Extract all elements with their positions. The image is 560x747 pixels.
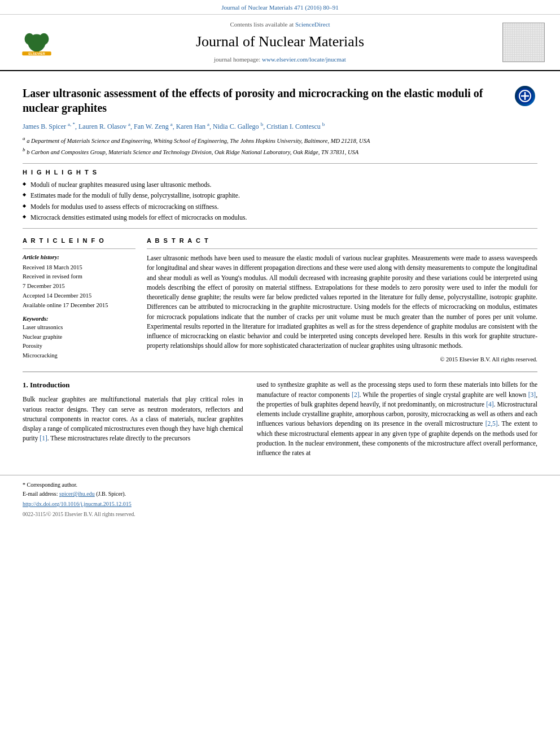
article-history-label: Article history: <box>23 254 135 262</box>
intro-right: used to synthesize graphite as well as t… <box>257 380 537 458</box>
article-info-title: A R T I C L E I N F O <box>23 237 135 245</box>
cite-2: [2] <box>352 391 359 398</box>
section-divider <box>23 372 537 372</box>
received-value: Received 18 March 2015 <box>23 264 135 272</box>
header-center: Contents lists available at ScienceDirec… <box>62 20 498 64</box>
svg-point-2 <box>25 33 34 45</box>
abstract-divider <box>147 248 537 249</box>
abstract-col: A B S T R A C T Laser ultrasonic methods… <box>147 237 537 364</box>
main-content: Laser ultrasonic assessment of the effec… <box>0 71 560 464</box>
doi-link[interactable]: http://dx.doi.org/10.1016/j.jnucmat.2015… <box>23 501 132 507</box>
affiliation-b: b b Carbon and Composites Group, Materia… <box>23 146 537 156</box>
author-han: Karen Han a <box>176 123 209 130</box>
author-spicer: James B. Spicer a, * <box>23 123 75 130</box>
keywords-label: Keywords: <box>23 315 135 324</box>
section1-label: Introduction <box>30 381 70 389</box>
email-label: E-mail address: <box>23 491 58 497</box>
svg-point-3 <box>39 33 49 45</box>
thumbnail-inner <box>503 23 544 62</box>
footer-email-line: E-mail address: spicer@jhu.edu (J.B. Spi… <box>23 490 537 498</box>
corresponding-note: * Corresponding author. <box>23 481 537 489</box>
sciencedirect-line: Contents lists available at ScienceDirec… <box>73 20 487 29</box>
journal-volume-info: Journal of Nuclear Materials 471 (2016) … <box>221 4 339 11</box>
homepage-link[interactable]: www.elsevier.com/locate/jnucmat <box>262 56 346 63</box>
footer-issn-line: 0022-3115/© 2015 Elsevier B.V. All right… <box>23 511 537 518</box>
copyright-line: © 2015 Elsevier B.V. All rights reserved… <box>147 356 537 364</box>
intro-section: 1. Introduction Bulk nuclear graphites a… <box>23 380 537 458</box>
corresponding-label: * Corresponding author. <box>23 482 77 488</box>
intro-left: 1. Introduction Bulk nuclear graphites a… <box>23 380 243 458</box>
author-zeng: Fan W. Zeng a <box>134 123 173 130</box>
author-contescu: Cristian I. Contescu b <box>266 123 325 130</box>
cite-4: [4] <box>486 401 493 408</box>
section1-title: 1. Introduction <box>23 380 243 390</box>
author-gallego: Nidia C. Gallego b <box>213 123 263 130</box>
page: Journal of Nuclear Materials 471 (2016) … <box>0 0 560 747</box>
footer-email-link[interactable]: spicer@jhu.edu <box>59 491 95 497</box>
affiliation-a: a a Department of Materials Science and … <box>23 135 537 145</box>
journal-title: Journal of Nuclear Materials <box>73 32 487 52</box>
affiliation-block: a a Department of Materials Science and … <box>23 135 537 156</box>
online-value: Available online 17 December 2015 <box>23 302 135 310</box>
homepage-label: journal homepage: <box>214 56 260 63</box>
keyword-3: Porosity <box>23 342 135 351</box>
highlight-item-4: Microcrack densities estimated using mod… <box>23 213 537 222</box>
article-title-section: Laser ultrasonic assessment of the effec… <box>23 86 537 115</box>
keyword-1: Laser ultrasonics <box>23 324 135 332</box>
intro-body-left: Bulk nuclear graphites are multifunction… <box>23 395 243 443</box>
highlight-item-3: Models for modulus used to assess effect… <box>23 202 537 211</box>
footer-doi-line: http://dx.doi.org/10.1016/j.jnucmat.2015… <box>23 500 537 508</box>
contents-label: Contents lists available at <box>230 21 294 28</box>
article-title: Laser ultrasonic assessment of the effec… <box>23 86 506 115</box>
two-col-info-abstract: A R T I C L E I N F O Article history: R… <box>23 237 537 364</box>
cite-3: [3] <box>528 391 536 398</box>
header-area: ELSEVIER Contents lists available at Sci… <box>0 15 560 71</box>
homepage-line: journal homepage: www.elsevier.com/locat… <box>73 55 487 64</box>
authors-line: James B. Spicer a, *, Lauren R. Olasov a… <box>23 121 537 132</box>
revised-date: 7 December 2015 <box>23 282 135 291</box>
revised-label: Received in revised form <box>23 273 135 281</box>
article-info-col: A R T I C L E I N F O Article history: R… <box>23 237 135 364</box>
abstract-title: A B S T R A C T <box>147 237 537 245</box>
accepted-value: Accepted 14 December 2015 <box>23 292 135 300</box>
intro-body-right: used to synthesize graphite as well as t… <box>257 380 537 458</box>
highlight-item-1: Moduli of nuclear graphites measured usi… <box>23 180 537 189</box>
abstract-text: Laser ultrasonic methods have been used … <box>147 254 537 351</box>
cite-1: [1] <box>40 435 47 442</box>
crossmark-icon <box>515 86 535 106</box>
page-footer: * Corresponding author. E-mail address: … <box>0 475 560 523</box>
article-info-divider <box>23 248 135 249</box>
highlights-title: H I G H L I G H T S <box>23 168 537 177</box>
cite-25: [2,5] <box>485 420 498 427</box>
keyword-2: Nuclear graphite <box>23 333 135 342</box>
crossmark-logo <box>515 86 537 108</box>
highlight-item-2: Estimates made for the moduli of fully d… <box>23 191 537 200</box>
highlights-section: H I G H L I G H T S Moduli of nuclear gr… <box>23 163 537 229</box>
section1-number: 1. <box>23 381 28 389</box>
keywords-section: Keywords: Laser ultrasonics Nuclear grap… <box>23 315 135 360</box>
elsevier-logo: ELSEVIER <box>14 25 59 59</box>
journal-top-bar: Journal of Nuclear Materials 471 (2016) … <box>0 0 560 15</box>
sciencedirect-link[interactable]: ScienceDirect <box>295 21 330 28</box>
journal-thumbnail <box>502 23 545 62</box>
header-left: ELSEVIER <box>11 20 62 64</box>
email-note: (J.B. Spicer). <box>96 491 126 497</box>
keyword-4: Microcracking <box>23 352 135 360</box>
author-olasov: Lauren R. Olasov a <box>78 123 130 130</box>
svg-text:ELSEVIER: ELSEVIER <box>28 52 45 55</box>
and-text: and <box>514 410 524 417</box>
header-right <box>498 20 549 64</box>
